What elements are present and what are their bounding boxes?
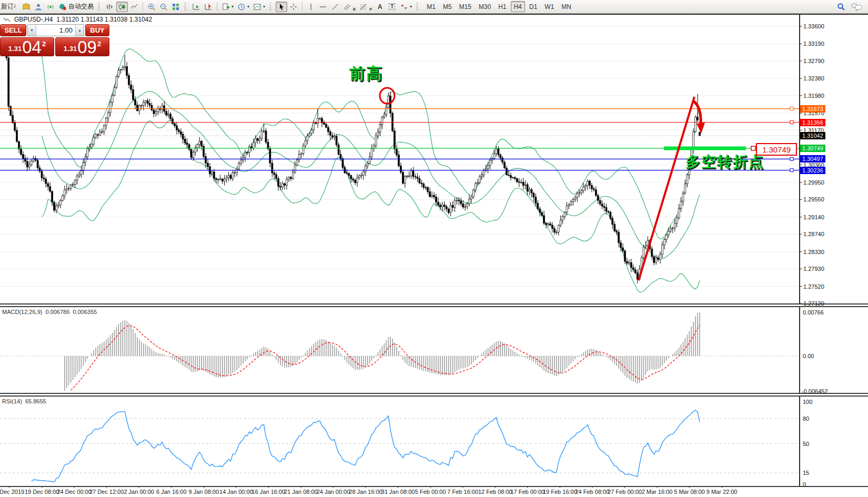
arrows-tool-button[interactable]: ▾ (398, 2, 413, 12)
arrows-icon (400, 3, 408, 11)
line-chart-icon (130, 3, 138, 11)
label-tool-letter: T (389, 3, 395, 10)
channel-letter: E (353, 7, 356, 12)
trendline-tool-button[interactable] (329, 2, 341, 12)
chevron-down-icon: ▾ (410, 4, 412, 9)
auto-trading-icon (58, 3, 67, 11)
timeframes: M1M5M15M30H1H4D1W1MN (423, 1, 574, 12)
candlestick-icon (118, 3, 126, 11)
line-chart-button[interactable] (128, 2, 140, 12)
library-button[interactable] (21, 2, 32, 12)
vertical-line-icon (307, 3, 315, 11)
clock-icon (237, 3, 246, 11)
sell-price-main: 04 (22, 39, 42, 55)
toolbar-grip[interactable] (270, 3, 272, 11)
toolbar-grip[interactable] (417, 3, 419, 11)
prev-high-annotation: 前高 (349, 63, 383, 85)
timeframe-W1[interactable]: W1 (541, 1, 557, 12)
label-tool-button[interactable]: T (386, 2, 398, 12)
toolbar: 新订单 自动交易 ▾ ▾ (0, 0, 868, 14)
buy-price[interactable]: 1.31 09 2 (55, 37, 109, 56)
indicators-button[interactable]: ▾ (220, 2, 235, 12)
templates-button[interactable]: ▾ (251, 2, 267, 12)
chart-title: GBPUSD-,H4 1.31120 1.31143 1.31038 1.310… (3, 16, 152, 23)
buy-price-pip: 2 (97, 40, 101, 48)
zoom-out-icon (159, 3, 168, 11)
channel-tool-button[interactable]: E (341, 2, 357, 12)
volume-stepper: ▼ 1.00 ▲ (27, 24, 84, 36)
fibo-letter: F (369, 7, 372, 12)
fibonacci-tool-button[interactable]: F (358, 2, 374, 12)
chart-ohlc: 1.31120 1.31143 1.31038 1.31042 (56, 16, 152, 23)
sell-price-prefix: 1.31 (8, 43, 22, 55)
crosshair-tool-button[interactable] (288, 2, 299, 12)
pivot-line-handle[interactable] (751, 146, 755, 150)
zoom-in-button[interactable] (146, 2, 157, 12)
rally-trendline[interactable] (639, 97, 694, 280)
sell-price-pip: 2 (42, 40, 46, 48)
auto-trading-label: 自动交易 (68, 2, 94, 11)
timeframe-M1[interactable]: M1 (423, 1, 439, 12)
chart-shift-button[interactable] (203, 2, 214, 12)
annotations-layer (0, 0, 868, 497)
chat-icon[interactable] (851, 2, 863, 12)
buy-price-main: 09 (77, 39, 97, 55)
auto-scroll-icon (192, 3, 200, 11)
pullback-arrow-shaft[interactable] (693, 101, 701, 125)
vertical-line-tool-button[interactable] (305, 2, 317, 12)
auto-trading-button[interactable]: 自动交易 (57, 2, 95, 12)
chevron-down-icon: ▾ (263, 4, 265, 9)
arrow-down-icon: ▼ (30, 28, 34, 32)
chart-shift-icon (204, 3, 213, 11)
crosshair-icon (289, 3, 298, 11)
horizontal-line-tool-button[interactable] (317, 2, 329, 12)
chart-symbol: GBPUSD-,H4 (14, 16, 53, 23)
timeframe-D1[interactable]: D1 (526, 1, 540, 12)
timeframe-H4[interactable]: H4 (511, 1, 525, 12)
volume-increase-button[interactable]: ▲ (75, 25, 84, 36)
timeframe-M5[interactable]: M5 (440, 1, 455, 12)
signal-button[interactable] (45, 2, 56, 12)
library-icon (22, 3, 31, 11)
tile-windows-button[interactable] (170, 2, 181, 12)
cursor-tool-button[interactable] (276, 2, 287, 12)
profile-button[interactable] (33, 2, 44, 12)
channel-icon (343, 3, 351, 11)
pullback-arrow-head (697, 123, 705, 134)
volume-decrease-button[interactable]: ▼ (28, 25, 36, 36)
signal-icon (46, 3, 55, 11)
tile-windows-icon (171, 3, 180, 11)
periods-button[interactable]: ▾ (236, 2, 251, 12)
timeframe-M15[interactable]: M15 (456, 1, 475, 12)
search-icon[interactable] (836, 2, 846, 12)
profile-icon (34, 3, 43, 11)
auto-scroll-button[interactable] (190, 2, 202, 12)
zoom-out-button[interactable] (158, 2, 169, 12)
buy-button[interactable]: BUY (85, 24, 109, 36)
chart-title-icon (3, 17, 11, 22)
bar-chart-button[interactable] (104, 2, 116, 12)
toolbar-grip[interactable] (98, 3, 101, 11)
zoom-in-icon (147, 3, 156, 11)
timeframe-MN[interactable]: MN (558, 1, 574, 12)
pivot-annotation: 多空转折点 (685, 152, 764, 172)
candlestick-chart-button[interactable] (116, 2, 128, 12)
timeframe-M30[interactable]: M30 (476, 1, 494, 12)
toolbar-grip[interactable] (185, 3, 187, 11)
pivot-price-tag[interactable]: 1.30749 (756, 143, 797, 156)
fibonacci-icon (359, 3, 368, 11)
one-click-trading-panel: SELL ▼ 1.00 ▲ BUY 1.31 04 2 1.31 09 2 (0, 24, 109, 56)
new-order-button[interactable]: 新订单 (2, 2, 20, 12)
volume-input[interactable]: 1.00 (36, 25, 75, 36)
arrow-up-icon: ▲ (78, 28, 82, 32)
bar-chart-icon (106, 3, 114, 11)
prev-high-circle[interactable] (380, 88, 395, 104)
template-icon (253, 3, 261, 11)
chevron-down-icon: ▾ (247, 4, 249, 9)
horizontal-line-icon (319, 3, 327, 11)
sell-button[interactable]: SELL (0, 24, 26, 36)
text-tool-button[interactable]: A (374, 2, 386, 12)
cursor-icon (277, 3, 286, 11)
sell-price[interactable]: 1.31 04 2 (0, 37, 54, 56)
timeframe-H1[interactable]: H1 (495, 1, 509, 12)
